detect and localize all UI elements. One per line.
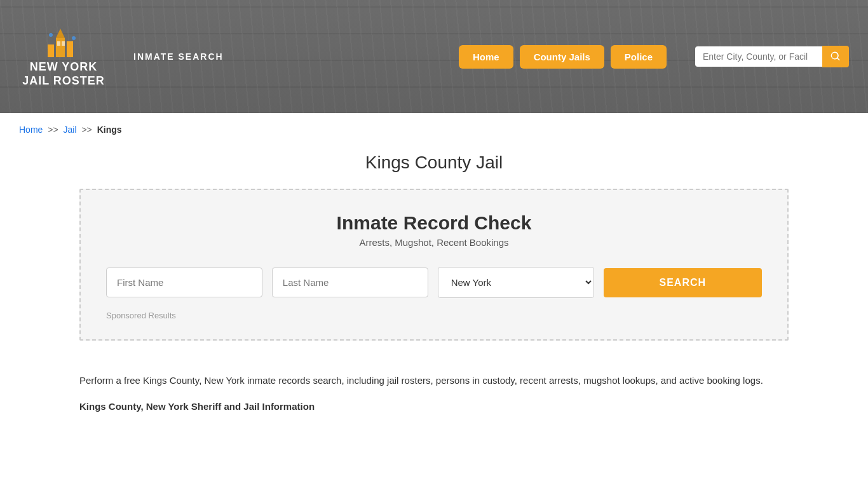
logo-text: NEW YORK JAIL ROSTER [22,60,105,88]
nav-police-button[interactable]: Police [611,45,667,69]
svg-rect-4 [57,41,60,46]
header-search-input[interactable] [695,46,822,67]
main-nav: Home County Jails Police [459,45,667,69]
description-paragraph-1: Perform a free Kings County, New York in… [79,372,789,389]
search-card-title: Inmate Record Check [106,212,762,234]
breadcrumb-current: Kings [97,125,122,135]
last-name-input[interactable] [272,268,428,297]
nav-county-jails-button[interactable]: County Jails [520,45,604,69]
search-icon [830,51,841,62]
breadcrumb: Home >> Jail >> Kings [0,113,868,146]
section-heading: Kings County, New York Sheriff and Jail … [79,398,789,415]
header-search-area [695,46,849,67]
breadcrumb-home[interactable]: Home [19,125,43,135]
state-select[interactable]: AlabamaAlaskaArizonaArkansasCaliforniaCo… [438,267,594,298]
sponsored-label: Sponsored Results [106,311,762,320]
svg-point-7 [72,36,76,40]
inmate-search-label: INMATE SEARCH [133,51,224,62]
logo-icon [44,25,83,60]
site-header: NEW YORK JAIL ROSTER INMATE SEARCH Home … [0,0,868,113]
svg-rect-1 [56,38,65,57]
svg-marker-3 [56,29,65,38]
logo-area: NEW YORK JAIL ROSTER [19,25,108,88]
search-button[interactable]: SEARCH [604,268,762,297]
svg-rect-0 [48,44,54,57]
first-name-input[interactable] [106,268,262,297]
breadcrumb-jail[interactable]: Jail [64,125,77,135]
inmate-search-card: Inmate Record Check Arrests, Mugshot, Re… [79,189,789,341]
header-search-button[interactable] [822,46,849,67]
breadcrumb-sep-2: >> [81,125,92,135]
breadcrumb-sep-1: >> [48,125,58,135]
page-title: Kings County Jail [0,152,868,173]
nav-home-button[interactable]: Home [459,45,513,69]
search-form-row: AlabamaAlaskaArizonaArkansasCaliforniaCo… [106,267,762,298]
svg-point-6 [49,33,53,37]
search-card-subtitle: Arrests, Mugshot, Recent Bookings [106,237,762,248]
svg-rect-5 [62,41,65,46]
svg-rect-2 [67,41,73,57]
description-section: Perform a free Kings County, New York in… [0,360,868,437]
